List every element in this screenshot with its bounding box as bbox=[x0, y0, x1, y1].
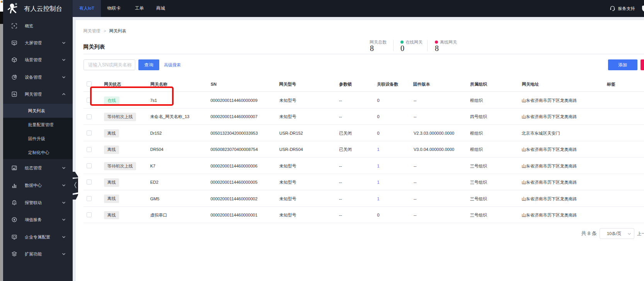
svg-text:R: R bbox=[15, 3, 17, 5]
